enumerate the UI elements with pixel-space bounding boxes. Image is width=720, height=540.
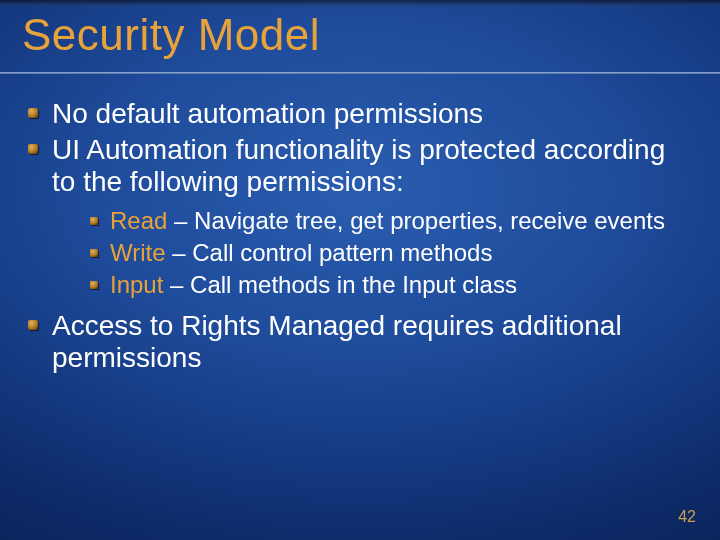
top-accent-bar (0, 0, 720, 6)
slide-title: Security Model (22, 10, 320, 60)
sub-bullet-item: Input – Call methods in the Input class (86, 271, 690, 299)
bullet-item: No default automation permissions (22, 98, 690, 130)
sub-bullet-item: Write – Call control pattern methods (86, 239, 690, 267)
bullet-text: Access to Rights Managed requires additi… (52, 310, 622, 373)
sub-bullet-list: Read – Navigate tree, get properties, re… (52, 207, 690, 300)
permission-label: Write (110, 239, 166, 266)
sub-bullet-item: Read – Navigate tree, get properties, re… (86, 207, 690, 235)
permission-desc: – Call methods in the Input class (163, 271, 517, 298)
permission-desc: – Navigate tree, get properties, receive… (167, 207, 665, 234)
permission-label: Read (110, 207, 167, 234)
bullet-item: UI Automation functionality is protected… (22, 134, 690, 299)
bullet-list: No default automation permissions UI Aut… (22, 98, 690, 374)
bullet-text: No default automation permissions (52, 98, 483, 129)
content-area: No default automation permissions UI Aut… (22, 98, 690, 378)
permission-desc: – Call control pattern methods (166, 239, 493, 266)
title-underline (0, 72, 720, 74)
permission-label: Input (110, 271, 163, 298)
bullet-item: Access to Rights Managed requires additi… (22, 310, 690, 374)
page-number: 42 (678, 508, 696, 526)
bullet-text: UI Automation functionality is protected… (52, 134, 665, 197)
slide: Security Model No default automation per… (0, 0, 720, 540)
